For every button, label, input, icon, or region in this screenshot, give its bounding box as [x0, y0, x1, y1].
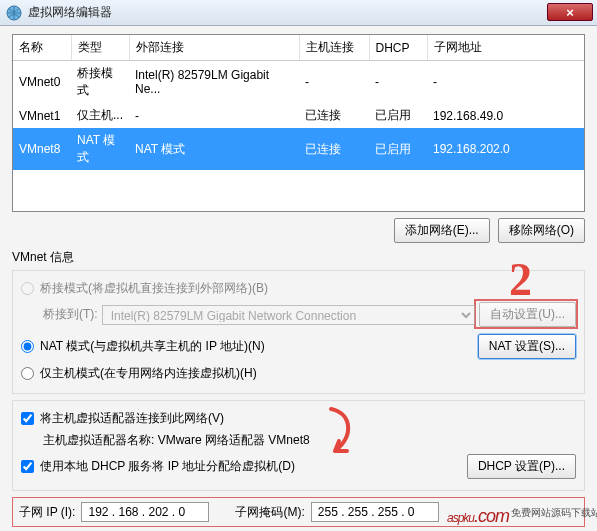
table-buttons: 添加网络(E)... 移除网络(O) — [12, 218, 585, 243]
window-title: 虚拟网络编辑器 — [28, 4, 591, 21]
cell-subnet: 192.168.202.0 — [427, 128, 584, 170]
subnet-mask-field[interactable]: 255 . 255 . 255 . 0 — [311, 502, 439, 522]
subnet-ip-label: 子网 IP (I): — [19, 504, 75, 521]
cell-subnet: 192.168.49.0 — [427, 103, 584, 128]
cell-dhcp: 已启用 — [369, 103, 427, 128]
use-dhcp-checkbox[interactable] — [21, 460, 34, 473]
cell-type: 仅主机... — [71, 103, 129, 128]
col-ext[interactable]: 外部连接 — [129, 35, 299, 61]
table-header-row: 名称 类型 外部连接 主机连接 DHCP 子网地址 — [13, 35, 584, 61]
col-type[interactable]: 类型 — [71, 35, 129, 61]
adapter-options: 将主机虚拟适配器连接到此网络(V) 主机虚拟适配器名称: VMware 网络适配… — [12, 400, 585, 491]
dialog-content: 名称 类型 外部连接 主机连接 DHCP 子网地址 VMnet0 桥接模式 In… — [0, 26, 597, 531]
adapter-name-label: 主机虚拟适配器名称: — [43, 433, 158, 447]
add-network-button[interactable]: 添加网络(E)... — [394, 218, 490, 243]
cell-host: - — [299, 61, 369, 104]
watermark-logo: aspku.com — [447, 497, 509, 529]
cell-dhcp: - — [369, 61, 427, 104]
col-host[interactable]: 主机连接 — [299, 35, 369, 61]
titlebar: 虚拟网络编辑器 × — [0, 0, 597, 26]
cell-ext: Intel(R) 82579LM Gigabit Ne... — [129, 61, 299, 104]
nat-radio[interactable] — [21, 340, 34, 353]
adapter-name-row: 主机虚拟适配器名称: VMware 网络适配器 VMnet8 — [43, 430, 576, 451]
network-table: 名称 类型 外部连接 主机连接 DHCP 子网地址 VMnet0 桥接模式 In… — [12, 34, 585, 212]
hostonly-label: 仅主机模式(在专用网络内连接虚拟机)(H) — [40, 365, 257, 382]
cell-subnet: - — [427, 61, 584, 104]
cell-dhcp: 已启用 — [369, 128, 427, 170]
cell-name: VMnet8 — [13, 128, 71, 170]
table-row[interactable]: VMnet0 桥接模式 Intel(R) 82579LM Gigabit Ne.… — [13, 61, 584, 104]
cell-ext: - — [129, 103, 299, 128]
close-button[interactable]: × — [547, 3, 593, 21]
bridge-to-label: 桥接到(T): — [43, 306, 98, 323]
nat-settings-button[interactable]: NAT 设置(S)... — [478, 334, 576, 359]
connect-host-label: 将主机虚拟适配器连接到此网络(V) — [40, 410, 224, 427]
cell-type: NAT 模式 — [71, 128, 129, 170]
auto-settings-button: 自动设置(U)... — [479, 302, 576, 327]
connect-host-checkbox[interactable] — [21, 412, 34, 425]
vmnet-info-label: VMnet 信息 — [12, 249, 585, 266]
subnet-ip-field[interactable]: 192 . 168 . 202 . 0 — [81, 502, 209, 522]
use-dhcp-label: 使用本地 DHCP 服务将 IP 地址分配给虚拟机(D) — [40, 458, 295, 475]
adapter-name-value: VMware 网络适配器 VMnet8 — [158, 433, 310, 447]
watermark-text: 免费网站源码下载站 — [511, 506, 597, 520]
watermark: aspku.com 免费网站源码下载站 — [447, 497, 597, 529]
bridge-label: 桥接模式(将虚拟机直接连接到外部网络)(B) — [40, 280, 268, 297]
nat-label: NAT 模式(与虚拟机共享主机的 IP 地址)(N) — [40, 338, 265, 355]
col-subnet[interactable]: 子网地址 — [427, 35, 584, 61]
bridge-radio — [21, 282, 34, 295]
cell-ext: NAT 模式 — [129, 128, 299, 170]
subnet-mask-label: 子网掩码(M): — [235, 504, 304, 521]
app-icon — [6, 5, 22, 21]
remove-network-button[interactable]: 移除网络(O) — [498, 218, 585, 243]
cell-name: VMnet0 — [13, 61, 71, 104]
hostonly-radio[interactable] — [21, 367, 34, 380]
cell-host: 已连接 — [299, 103, 369, 128]
col-dhcp[interactable]: DHCP — [369, 35, 427, 61]
table-row[interactable]: VMnet1 仅主机... - 已连接 已启用 192.168.49.0 — [13, 103, 584, 128]
table-row-selected[interactable]: VMnet8 NAT 模式 NAT 模式 已连接 已启用 192.168.202… — [13, 128, 584, 170]
cell-name: VMnet1 — [13, 103, 71, 128]
cell-type: 桥接模式 — [71, 61, 129, 104]
col-name[interactable]: 名称 — [13, 35, 71, 61]
dhcp-settings-button[interactable]: DHCP 设置(P)... — [467, 454, 576, 479]
mode-options: 2 桥接模式(将虚拟机直接连接到外部网络)(B) 桥接到(T): Intel(R… — [12, 270, 585, 394]
cell-host: 已连接 — [299, 128, 369, 170]
bridge-adapter-select: Intel(R) 82579LM Gigabit Network Connect… — [102, 305, 476, 325]
